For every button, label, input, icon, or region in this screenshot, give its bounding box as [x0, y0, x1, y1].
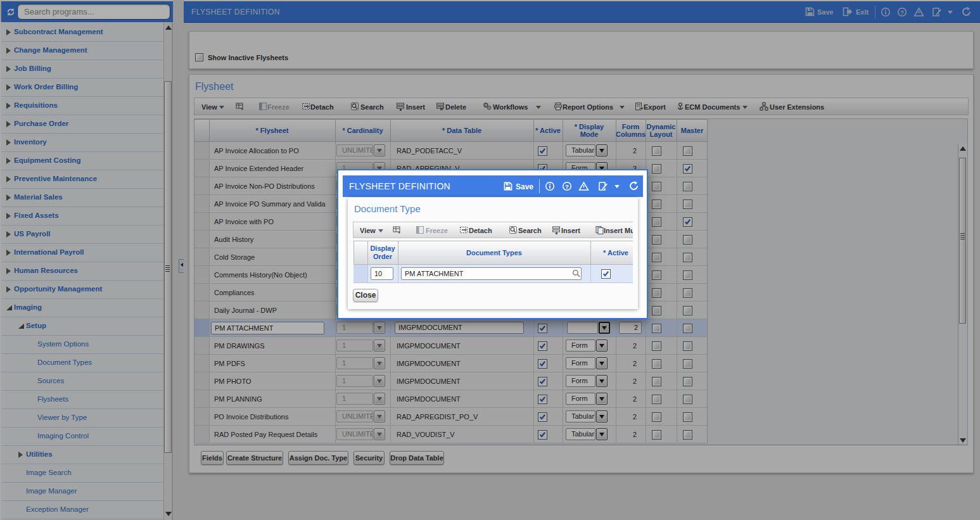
svg-text:?: ? [565, 183, 569, 190]
